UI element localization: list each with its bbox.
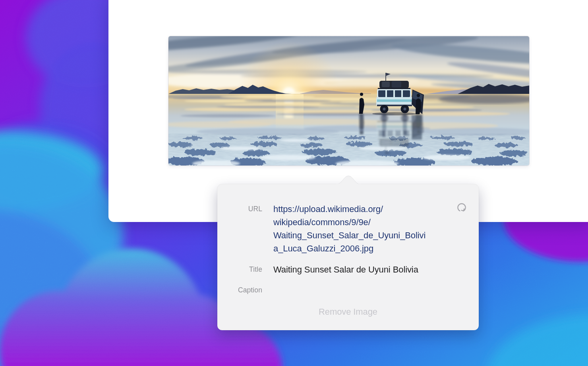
url-label: URL — [217, 202, 262, 216]
url-line: wikipedia/commons/9/9e/ — [273, 216, 451, 229]
title-label: Title — [217, 263, 262, 276]
caption-label: Caption — [217, 284, 262, 297]
image-url-link[interactable]: https://upload.wikimedia.org/ wikipedia/… — [273, 202, 451, 255]
caption-row: Caption — [217, 284, 479, 297]
image-title-field[interactable]: Waiting Sunset Salar de Uyuni Bolivia — [273, 263, 451, 276]
article-image[interactable] — [168, 36, 529, 165]
url-line: a_Luca_Galuzzi_2006.jpg — [273, 242, 451, 255]
popover-arrow — [333, 175, 364, 185]
url-line: Waiting_Sunset_Salar_de_Uyuni_Bolivi — [273, 229, 451, 242]
image-fields: URL https://upload.wikimedia.org/ wikipe… — [217, 202, 479, 297]
image-caption-field[interactable] — [273, 284, 451, 297]
url-line: https://upload.wikimedia.org/ — [273, 202, 451, 216]
url-row: URL https://upload.wikimedia.org/ wikipe… — [217, 202, 479, 255]
remove-image-button[interactable]: Remove Image — [217, 306, 479, 318]
image-settings-popover: URL https://upload.wikimedia.org/ wikipe… — [217, 184, 479, 330]
title-row: Title Waiting Sunset Salar de Uyuni Boli… — [217, 263, 479, 276]
